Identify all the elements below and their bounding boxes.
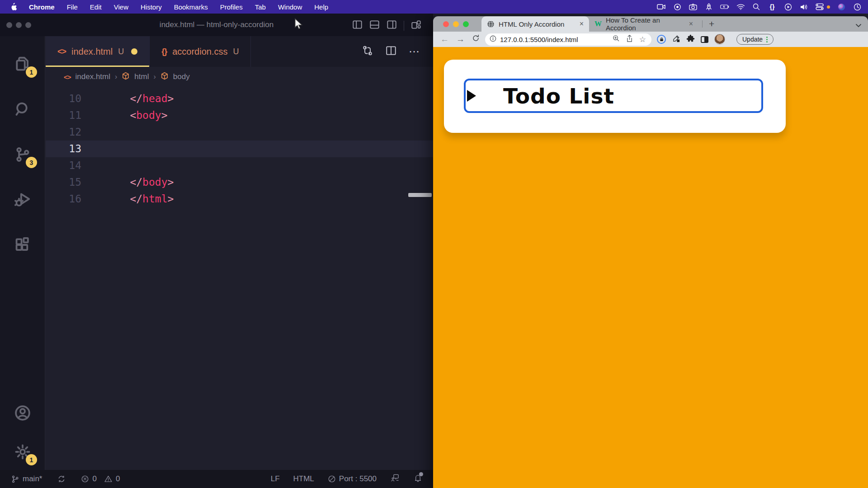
- profile-avatar[interactable]: [714, 34, 725, 45]
- chrome-tab-strip: HTML Only Accordion × W How To Create an…: [433, 16, 868, 32]
- menu-history[interactable]: History: [141, 3, 162, 11]
- url-text[interactable]: 127.0.0.1:5500/index.html: [500, 36, 613, 43]
- menu-window[interactable]: Window: [278, 3, 302, 11]
- colorpicker-extension-icon[interactable]: [672, 34, 680, 45]
- vscode-title-bar[interactable]: index.html — html-only-accordion: [0, 14, 433, 36]
- extensions-puzzle-icon[interactable]: [686, 34, 695, 45]
- menu-tab[interactable]: Tab: [255, 3, 266, 11]
- forward-button[interactable]: →: [456, 34, 465, 44]
- sync-changes-icon[interactable]: [57, 475, 66, 483]
- camera-icon[interactable]: [689, 2, 698, 11]
- toggle-secondary-sidebar-icon[interactable]: [387, 19, 397, 32]
- sidebar-item-explorer[interactable]: 1: [0, 50, 45, 79]
- close-tab-icon[interactable]: ×: [580, 20, 584, 28]
- source-control-badge: 3: [26, 157, 37, 168]
- menu-profiles[interactable]: Profiles: [220, 3, 243, 11]
- more-actions-icon[interactable]: ⋯: [409, 45, 420, 58]
- sidebar-item-source-control[interactable]: 3: [0, 140, 45, 169]
- git-branch-status[interactable]: main*: [11, 474, 42, 483]
- language-mode[interactable]: HTML: [293, 474, 314, 483]
- zoom-window-icon[interactable]: [25, 22, 31, 28]
- spotlight-search-icon[interactable]: [752, 2, 761, 11]
- code-line-active: 13: [46, 141, 433, 157]
- menu-chrome[interactable]: Chrome: [29, 3, 55, 11]
- zoom-window-icon[interactable]: [463, 21, 469, 27]
- split-editor-icon[interactable]: [385, 45, 397, 58]
- resize-handle[interactable]: [408, 193, 432, 197]
- mouse-cursor: [294, 18, 304, 32]
- update-button[interactable]: Update: [736, 34, 774, 45]
- menu-help[interactable]: Help: [314, 3, 328, 11]
- tab-index-html[interactable]: <> index.html U: [46, 36, 150, 67]
- close-window-icon[interactable]: [443, 21, 449, 27]
- breadcrumb-html[interactable]: html: [134, 72, 149, 81]
- macos-menu-bar: Chrome File Edit View History Bookmarks …: [0, 0, 868, 14]
- apple-menu-icon[interactable]: [10, 3, 17, 11]
- sidebar-item-settings[interactable]: 1: [0, 437, 45, 466]
- w3schools-favicon-icon: W: [594, 20, 602, 28]
- problems-status[interactable]: 0 0: [81, 474, 120, 483]
- bookmark-star-icon[interactable]: ☆: [639, 35, 646, 44]
- sidebar-item-extensions[interactable]: [0, 230, 45, 259]
- rocket-icon[interactable]: [704, 2, 713, 11]
- accordion-title: Todo List: [503, 84, 614, 108]
- unsaved-dot-icon[interactable]: [131, 48, 137, 55]
- chevron-right-icon: ›: [153, 73, 156, 81]
- menu-bookmarks[interactable]: Bookmarks: [174, 3, 208, 11]
- toggle-sidebar-icon[interactable]: [352, 19, 363, 32]
- menu-view[interactable]: View: [114, 3, 128, 11]
- wifi-icon[interactable]: [736, 2, 745, 11]
- video-camera-icon[interactable]: [657, 2, 666, 11]
- breadcrumb-body[interactable]: body: [173, 72, 190, 81]
- breadcrumb: <> index.html › html › body: [46, 67, 433, 87]
- customize-layout-icon[interactable]: [411, 19, 421, 32]
- screen-record-icon[interactable]: [673, 2, 682, 11]
- accordion-card: Todo List: [444, 60, 786, 133]
- toggle-panel-icon[interactable]: [369, 19, 380, 32]
- control-center-icon[interactable]: [815, 2, 824, 11]
- clock-icon[interactable]: [853, 2, 862, 11]
- sidebar-item-run-debug[interactable]: [0, 185, 45, 214]
- editor-tab-bar: <> index.html U {} accordion.css U ⋯: [46, 36, 433, 67]
- sidebar-item-accounts[interactable]: [0, 399, 45, 427]
- dev-braces-icon[interactable]: {}: [768, 2, 777, 11]
- remote-explorer-icon[interactable]: [390, 474, 400, 484]
- share-icon[interactable]: [626, 35, 633, 44]
- live-server-port[interactable]: Port : 5500: [328, 474, 377, 483]
- battery-charging-icon[interactable]: [720, 2, 729, 11]
- tab-html-only-accordion[interactable]: HTML Only Accordion ×: [481, 16, 589, 32]
- new-tab-button[interactable]: +: [706, 19, 717, 29]
- privacy-extension-icon[interactable]: [657, 35, 666, 44]
- code-line: 14: [46, 157, 433, 174]
- close-window-icon[interactable]: [6, 22, 12, 28]
- code-editor[interactable]: 10 </head> 11 <body> 12 13 14 15 </body>…: [46, 90, 433, 207]
- minimize-window-icon[interactable]: [453, 21, 459, 27]
- breadcrumb-file[interactable]: index.html: [75, 72, 110, 81]
- volume-icon[interactable]: [799, 2, 808, 11]
- reload-button[interactable]: [472, 34, 480, 44]
- menu-file[interactable]: File: [67, 3, 78, 11]
- site-info-icon[interactable]: [490, 35, 496, 44]
- tab-search-chevron-icon[interactable]: [855, 21, 862, 29]
- accordion-summary[interactable]: Todo List: [464, 79, 763, 113]
- notifications-bell-icon[interactable]: [414, 474, 422, 484]
- close-tab-icon[interactable]: ×: [689, 20, 693, 28]
- code-line: 15 </body>: [46, 174, 433, 191]
- details-marker-icon: [467, 90, 476, 102]
- tab-accordion-css[interactable]: {} accordion.css U: [150, 36, 251, 67]
- open-changes-icon[interactable]: [362, 45, 373, 58]
- back-button[interactable]: ←: [440, 34, 449, 44]
- menu-edit[interactable]: Edit: [90, 3, 102, 11]
- tab-how-to-create-accordion[interactable]: W How To Create an Accordion ×: [589, 16, 698, 32]
- play-circle-icon[interactable]: [783, 2, 793, 11]
- settings-badge: 1: [26, 454, 37, 465]
- address-bar[interactable]: 127.0.0.1:5500/index.html ☆: [485, 33, 651, 46]
- sidebar-item-search[interactable]: [0, 95, 45, 124]
- minimize-window-icon[interactable]: [16, 22, 22, 28]
- eol-indicator[interactable]: LF: [271, 474, 280, 483]
- menu-items: Chrome File Edit View History Bookmarks …: [29, 3, 328, 11]
- siri-icon[interactable]: [837, 2, 846, 11]
- zoom-icon[interactable]: [613, 35, 620, 44]
- side-panel-icon[interactable]: [701, 36, 708, 43]
- tab-title: HTML Only Accordion: [499, 20, 564, 28]
